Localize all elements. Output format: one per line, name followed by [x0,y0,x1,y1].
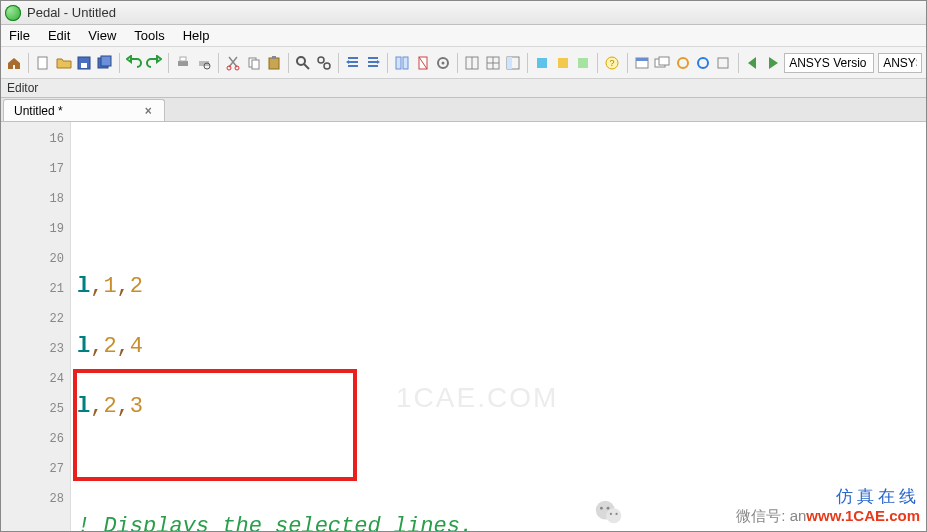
editor-panel-label: Editor [1,79,926,98]
svg-rect-14 [272,56,276,59]
configure-button[interactable] [434,52,452,74]
line-number: 21 [1,274,70,304]
line-number-gutter: 16 17 18 19 20 21 22 23 24 25 26 27 28 [1,122,71,531]
print-preview-button[interactable] [195,52,213,74]
tab-close-icon[interactable]: × [143,105,154,117]
wechat-icon [592,495,626,529]
window-button[interactable] [633,52,651,74]
layout-button[interactable] [393,52,411,74]
tab-label: Untitled * [14,104,63,118]
svg-point-46 [600,507,603,510]
copy-button[interactable] [244,52,262,74]
title-bar: Pedal - Untitled [1,1,926,25]
line-number: 18 [1,184,70,214]
paste-button[interactable] [265,52,283,74]
print-button[interactable] [174,52,192,74]
open-button[interactable] [55,52,73,74]
indent-right-button[interactable] [364,52,382,74]
menu-bar: File Edit View Tools Help [1,25,926,47]
svg-rect-6 [180,57,186,61]
svg-point-47 [607,507,610,510]
svg-rect-33 [558,58,568,68]
svg-point-18 [324,63,330,69]
svg-rect-0 [38,57,47,69]
svg-rect-31 [507,57,512,69]
menu-help[interactable]: Help [183,28,210,43]
tab-bar: Untitled * × [1,98,926,122]
svg-rect-5 [178,61,188,66]
help-button[interactable]: ? [603,52,621,74]
clear-button[interactable] [414,52,432,74]
window-dup-button[interactable] [653,52,671,74]
line-number: 22 [1,304,70,334]
line-number: 27 [1,454,70,484]
home-button[interactable] [5,52,23,74]
line-number: 26 [1,424,70,454]
undo-button[interactable] [125,52,143,74]
svg-rect-19 [396,57,401,69]
line-number: 24 [1,364,70,394]
cut-button[interactable] [224,52,242,74]
prev-button[interactable] [743,52,761,74]
svg-rect-20 [403,57,408,69]
svg-point-15 [297,57,305,65]
new-button[interactable] [34,52,52,74]
svg-line-16 [304,64,309,69]
tool-b-button[interactable] [694,52,712,74]
svg-rect-4 [101,56,111,66]
save-all-button[interactable] [95,52,113,74]
line-number: 23 [1,334,70,364]
svg-point-42 [698,58,708,68]
version-short-field[interactable] [878,53,922,73]
line-number: 16 [1,124,70,154]
svg-point-17 [318,57,324,63]
menu-edit[interactable]: Edit [48,28,70,43]
line-number: 19 [1,214,70,244]
toolbar: ? [1,47,926,79]
save-button[interactable] [75,52,93,74]
svg-rect-13 [269,58,279,69]
document-tab[interactable]: Untitled * × [3,99,165,121]
redo-button[interactable] [145,52,163,74]
split-button[interactable] [463,52,481,74]
line-number: 28 [1,484,70,514]
menu-view[interactable]: View [88,28,116,43]
svg-text:?: ? [610,58,615,68]
svg-point-48 [610,513,612,515]
svg-rect-43 [718,58,728,68]
svg-rect-2 [81,63,87,68]
line-number: 20 [1,244,70,274]
run-button[interactable] [764,52,782,74]
toggle-1-button[interactable] [533,52,551,74]
svg-point-24 [442,61,445,64]
version-field[interactable] [784,53,874,73]
app-icon [5,5,21,21]
window-title: Pedal - Untitled [27,5,116,20]
editor-area[interactable]: 16 17 18 19 20 21 22 23 24 25 26 27 28 l… [1,122,926,531]
svg-point-45 [606,508,621,523]
svg-rect-40 [659,57,669,65]
indent-left-button[interactable] [344,52,362,74]
svg-rect-34 [578,58,588,68]
line-number: 17 [1,154,70,184]
toggle-3-button[interactable] [574,52,592,74]
menu-tools[interactable]: Tools [134,28,164,43]
tool-a-button[interactable] [673,52,691,74]
svg-point-41 [678,58,688,68]
toggle-2-button[interactable] [554,52,572,74]
tool-c-button[interactable] [714,52,732,74]
svg-point-49 [615,513,617,515]
line-number: 25 [1,394,70,424]
side-button[interactable] [504,52,522,74]
menu-file[interactable]: File [9,28,30,43]
svg-rect-12 [252,60,259,69]
replace-button[interactable] [314,52,332,74]
svg-rect-32 [537,58,547,68]
find-button[interactable] [294,52,312,74]
code-area[interactable]: l,1,2 l,2,4 l,2,3 ! Displays the selecte… [71,122,926,531]
grid-button[interactable] [484,52,502,74]
svg-rect-38 [636,58,648,61]
